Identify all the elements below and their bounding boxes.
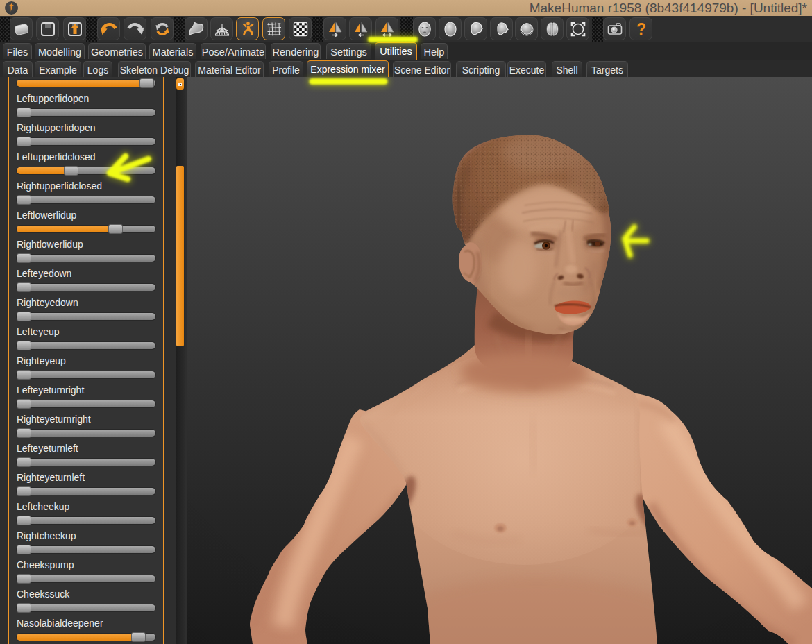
svg-text:?: ? xyxy=(636,21,645,37)
